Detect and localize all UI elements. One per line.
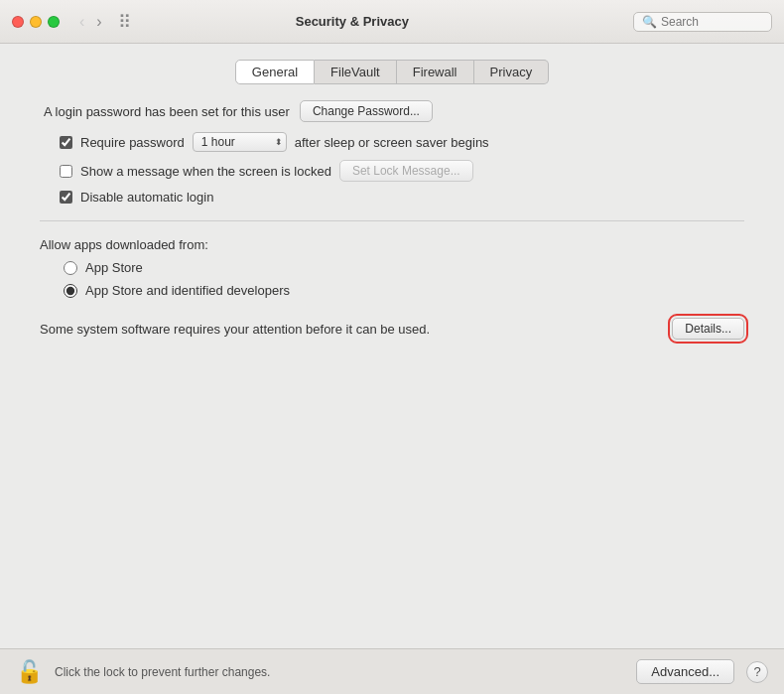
require-password-checkbox[interactable] (60, 136, 72, 149)
radio-appstore-developers[interactable] (64, 284, 77, 298)
tab-general[interactable]: General (235, 60, 315, 84)
titlebar: ‹ › ⠿ Security & Privacy 🔍 (0, 0, 784, 44)
radio-developers-row: App Store and identified developers (40, 283, 744, 298)
tabs-bar: General FileVault Firewall Privacy (20, 60, 764, 84)
lock-icon[interactable]: 🔓 (16, 659, 43, 685)
login-password-text: A login password has been set for this u… (44, 104, 290, 119)
system-software-row: Some system software requires your atten… (40, 318, 744, 340)
change-password-button[interactable]: Change Password... (300, 100, 433, 122)
password-timeout-select-wrapper: immediately 5 seconds 1 minute 5 minutes… (193, 132, 287, 152)
tab-filevault[interactable]: FileVault (315, 60, 397, 84)
require-password-suffix: after sleep or screen saver begins (295, 135, 489, 150)
search-box: 🔍 (633, 12, 772, 32)
show-message-label: Show a message when the screen is locked (80, 164, 331, 179)
show-message-checkbox[interactable] (60, 165, 72, 178)
allow-apps-section: Allow apps downloaded from: App Store Ap… (40, 237, 744, 298)
divider (40, 220, 744, 221)
require-password-row: Require password immediately 5 seconds 1… (40, 132, 744, 152)
search-input[interactable] (661, 15, 763, 29)
radio-appstore-row: App Store (40, 260, 744, 275)
close-button[interactable] (12, 16, 24, 28)
maximize-button[interactable] (48, 16, 60, 28)
minimize-button[interactable] (30, 16, 42, 28)
tab-firewall[interactable]: Firewall (397, 60, 474, 84)
system-software-text: Some system software requires your atten… (40, 322, 660, 337)
disable-autologin-row: Disable automatic login (40, 190, 744, 205)
require-password-label: Require password (80, 135, 185, 150)
search-icon: 🔍 (642, 15, 657, 29)
radio-appstore[interactable] (64, 261, 77, 275)
advanced-button[interactable]: Advanced... (636, 659, 734, 684)
disable-autologin-label: Disable automatic login (80, 190, 213, 205)
radio-developers-label: App Store and identified developers (85, 283, 290, 298)
radio-appstore-label: App Store (85, 260, 143, 275)
password-timeout-select[interactable]: immediately 5 seconds 1 minute 5 minutes… (193, 132, 287, 152)
tab-privacy[interactable]: Privacy (474, 60, 550, 84)
allow-apps-label: Allow apps downloaded from: (40, 237, 744, 252)
main-content: General FileVault Firewall Privacy A log… (0, 44, 784, 648)
bottombar: 🔓 Click the lock to prevent further chan… (0, 648, 784, 694)
lock-text: Click the lock to prevent further change… (55, 665, 624, 679)
show-message-row: Show a message when the screen is locked… (40, 160, 744, 182)
general-panel: A login password has been set for this u… (20, 100, 764, 648)
help-button[interactable]: ? (746, 661, 768, 683)
set-lock-message-button[interactable]: Set Lock Message... (339, 160, 473, 182)
details-button[interactable]: Details... (672, 318, 744, 340)
disable-autologin-checkbox[interactable] (60, 191, 72, 204)
login-password-row: A login password has been set for this u… (40, 100, 744, 122)
window-title: Security & Privacy (79, 14, 625, 29)
traffic-lights (12, 16, 60, 28)
